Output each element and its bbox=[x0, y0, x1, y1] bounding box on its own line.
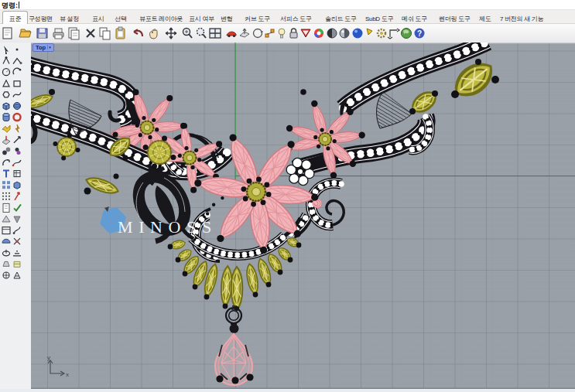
svg-text:y: y bbox=[47, 354, 50, 361]
svg-text:?: ? bbox=[417, 29, 422, 38]
svg-text:MINOSS: MINOSS bbox=[118, 217, 217, 237]
svg-text:x: x bbox=[66, 371, 69, 378]
